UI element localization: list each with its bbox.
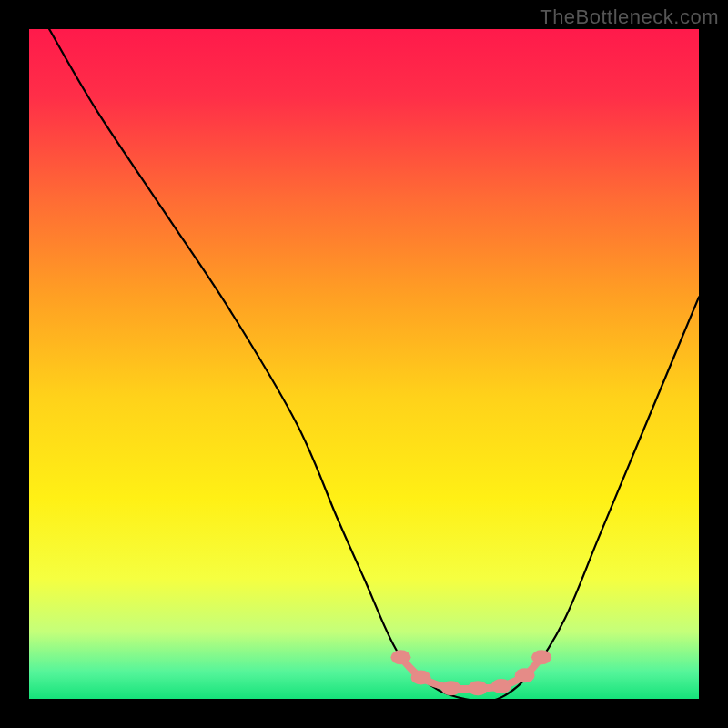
marker-dot: [531, 650, 551, 664]
marker-dot: [390, 650, 410, 664]
bottleneck-chart: [0, 0, 728, 728]
marker-dot: [491, 679, 511, 693]
marker-dot: [441, 681, 461, 695]
marker-dot: [468, 681, 488, 695]
marker-dot: [411, 670, 431, 684]
gradient-background: [29, 29, 699, 699]
chart-frame: { "watermark": "TheBottleneck.com", "cha…: [0, 0, 728, 728]
marker-dot: [515, 668, 535, 682]
